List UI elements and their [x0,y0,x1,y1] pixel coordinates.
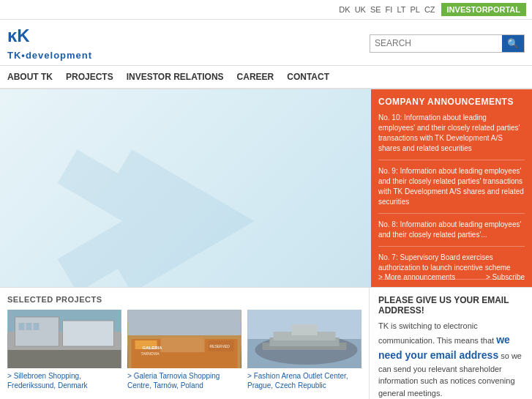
svg-rect-10 [128,310,241,335]
nav-projects[interactable]: PROJECTS [66,66,113,88]
nav-investor-relations[interactable]: INVESTOR RELATIONS [127,66,224,88]
project-image-fashion [247,310,361,368]
announcements-panel: COMPANY ANNOUNCEMENTS No. 10: Informatio… [371,89,532,287]
project-item-1: Sillebroen Shopping, Frederikssund, Denm… [7,310,121,390]
logo-development: TK•development [7,50,92,61]
investorportal-button[interactable]: INVESTORPORTAL [441,3,526,16]
announcement-item-1[interactable]: No. 10: Information about leading employ… [378,113,525,160]
svg-rect-7 [26,323,32,330]
svg-rect-8 [34,323,40,330]
email-section-title: PLEASE GIVE US YOUR EMAIL ADDRESS! [378,295,523,316]
svg-rect-13 [161,338,205,352]
svg-text:RESERVED: RESERVED [210,344,231,348]
svg-rect-5 [8,350,121,368]
nav-about-tk[interactable]: ABOUT TK [7,66,53,88]
svg-rect-3 [15,317,59,346]
project-label-1[interactable]: Sillebroen Shopping, Frederikssund, Denm… [7,371,121,390]
svg-text:TARNOVIA: TARNOVIA [141,351,160,356]
svg-text:GALERIA: GALERIA [143,346,163,350]
lang-dk[interactable]: DK [339,5,350,14]
svg-rect-24 [292,324,318,335]
projects-section: SELECTED PROJECTS [0,288,370,399]
subscribe-link[interactable]: Subscribe [486,273,525,281]
lang-uk[interactable]: UK [355,5,366,14]
logo-area[interactable]: ĸK TK•development [7,26,92,61]
bottom-section: SELECTED PROJECTS [0,287,532,399]
project-label-2[interactable]: Galeria Tarnovia Shopping Centre, Tarnów… [127,371,241,390]
main-nav: ABOUT TK PROJECTS INVESTOR RELATIONS CAR… [0,66,532,89]
projects-grid: Sillebroen Shopping, Frederikssund, Denm… [7,310,361,390]
announcements-title: COMPANY ANNOUNCEMENTS [378,97,525,107]
announcement-item-2[interactable]: No. 9: Information about leading employe… [378,166,525,214]
project-item-3: Fashion Arena Outlet Center, Prague, Cze… [247,310,361,390]
announcements-footer: More announcements Subscribe [371,273,532,281]
search-area: 🔍 [370,34,525,53]
top-bar: DK UK SE FI LT PL CZ INVESTORPORTAL [0,0,532,20]
nav-contact[interactable]: CONTACT [287,66,329,88]
email-section: PLEASE GIVE US YOUR EMAIL ADDRESS! TK is… [370,288,532,399]
project-item-2: GALERIA TARNOVIA RESERVED Galeria Tarnov… [127,310,241,390]
search-input[interactable] [370,35,502,51]
email-text-before: TK is switching to electronic communicat… [378,321,494,345]
language-selector: DK UK SE FI LT PL CZ [339,5,435,14]
project-label-3[interactable]: Fashion Arena Outlet Center, Prague, Cze… [247,371,361,390]
email-section-body: TK is switching to electronic communicat… [378,320,523,399]
project-image-sillebroen [7,310,121,368]
chevron-decoration [44,104,278,287]
announcement-item-3[interactable]: No. 8: Information about leading employe… [378,220,525,247]
nav-career[interactable]: CAREER [237,66,274,88]
svg-text:ĸK: ĸK [7,26,30,45]
page-wrapper: DK UK SE FI LT PL CZ INVESTORPORTAL ĸK T… [0,0,532,399]
lang-lt[interactable]: LT [397,5,405,14]
more-announcements-link[interactable]: More announcements [378,273,455,281]
header: ĸK TK•development 🔍 [0,20,532,66]
middle-row: COMPANY ANNOUNCEMENTS No. 10: Informatio… [0,89,532,287]
projects-title: SELECTED PROJECTS [7,295,361,304]
svg-rect-4 [63,321,114,346]
lang-se[interactable]: SE [370,5,381,14]
lang-fi[interactable]: FI [386,5,393,14]
project-image-galeria: GALERIA TARNOVIA RESERVED [127,310,241,368]
lang-cz[interactable]: CZ [424,5,435,14]
svg-rect-6 [19,323,25,330]
lang-pl[interactable]: PL [410,5,419,14]
logo-tk: ĸK [7,26,34,49]
search-button[interactable]: 🔍 [502,35,524,52]
